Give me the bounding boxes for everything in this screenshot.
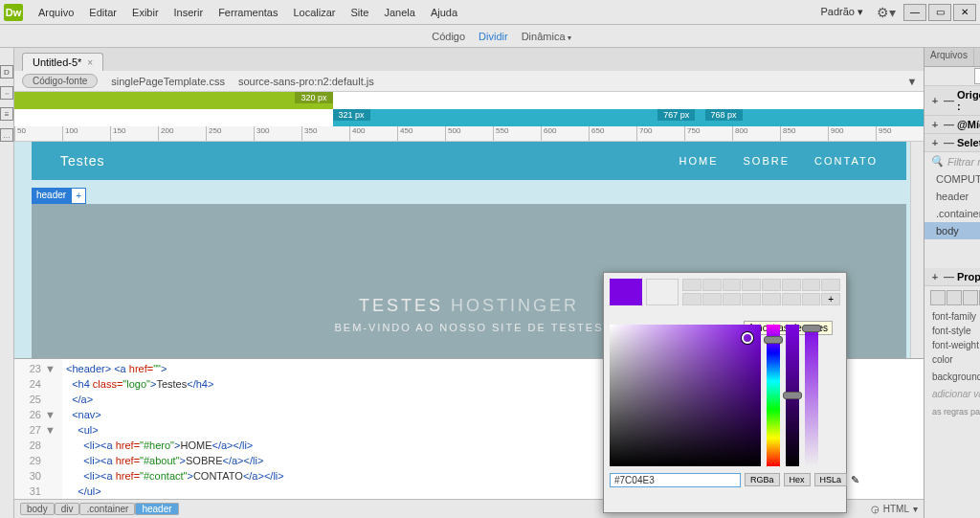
swatch-14[interactable] (802, 293, 821, 305)
menu-site[interactable]: Site (344, 7, 377, 18)
hex-button[interactable]: Hex (784, 473, 811, 486)
menu-exibir[interactable]: Exibir (124, 7, 167, 18)
add-swatch-button[interactable]: + (821, 293, 840, 305)
alpha-slider[interactable] (805, 325, 818, 466)
sat-handle[interactable] (783, 392, 802, 399)
source-code-pill[interactable]: Código-fonte (22, 74, 98, 88)
menu-ferramentas[interactable]: Ferramentas (211, 7, 285, 18)
swatch-2[interactable] (723, 279, 742, 291)
hex-input[interactable] (610, 473, 741, 487)
tool-3[interactable]: ≡ (0, 107, 13, 121)
swatch-1[interactable] (702, 279, 722, 291)
nav-contato[interactable]: CONTATO (814, 155, 878, 167)
line-gutter: 23▼242526▼27▼282930313233 (14, 359, 62, 499)
property-category-icons: Exib. conj (924, 286, 980, 309)
menu-arquivo[interactable]: Arquivo (31, 7, 81, 18)
swatch-3[interactable] (742, 279, 761, 291)
breadcrumb-header[interactable]: header (135, 503, 178, 515)
menu-inserir[interactable]: Inserir (167, 7, 212, 18)
color-field[interactable] (610, 325, 761, 466)
prop-font-weight[interactable]: font-weight200 (924, 338, 980, 352)
swatch-6[interactable] (802, 279, 821, 291)
breadcrumb-body[interactable]: body (20, 503, 55, 515)
add-property-row[interactable]: adicionar valor (924, 387, 980, 401)
tab-close-icon[interactable]: × (87, 57, 93, 68)
swatch-4[interactable] (762, 279, 781, 291)
hue-handle[interactable] (764, 336, 783, 344)
panel-hint: as regras para a seleção atual (924, 401, 980, 422)
document-tab[interactable]: Untitled-5* × (22, 53, 103, 71)
swatch-12[interactable] (762, 293, 781, 305)
selector-container[interactable]: .container (924, 205, 980, 222)
color-field-cursor[interactable] (742, 332, 753, 344)
view-code[interactable]: Código (432, 31, 465, 42)
related-file-2[interactable]: source-sans-pro:n2:default.js (238, 76, 374, 87)
swatch-5[interactable] (782, 279, 801, 291)
prop-cat-2[interactable] (947, 290, 962, 305)
subtab-all[interactable]: Tudo (974, 68, 980, 84)
section-midia[interactable]: +— @Mídia : GLOBAL (924, 116, 980, 134)
nav-home[interactable]: HOME (679, 155, 719, 167)
mq-green-segment[interactable]: 320 px (14, 92, 333, 109)
hue-slider[interactable] (767, 325, 780, 466)
section-propriedades[interactable]: +— Propriedades (924, 268, 980, 286)
current-color-swatch (610, 279, 642, 305)
section-origens[interactable]: +— Origens : singlePageTemplate.css (924, 86, 980, 116)
prop-font-style[interactable]: font-stylenormal (924, 324, 980, 338)
preview-scrollbar[interactable] (910, 142, 924, 358)
tool-4[interactable]: … (0, 128, 13, 142)
prop-color[interactable]: color (924, 352, 980, 370)
panel-tab-1[interactable]: Bibliotecas da CC (974, 48, 980, 66)
close-button[interactable]: ✕ (953, 4, 976, 21)
settings-gear-icon[interactable]: ⚙▾ (871, 5, 902, 20)
alpha-handle[interactable] (802, 325, 821, 332)
filter-icon[interactable]: ▼ (904, 74, 920, 89)
prop-cat-1[interactable] (930, 290, 946, 305)
eyedropper-icon[interactable]: ✎ (851, 472, 859, 487)
breadcrumb-div[interactable]: div (55, 503, 80, 515)
selector-header[interactable]: header (924, 188, 980, 205)
color-picker-popup: + Amostras de cores RGBa Hex HSLa ✎ (603, 272, 847, 513)
swatch-13[interactable] (782, 293, 801, 305)
element-tag-label[interactable]: header + (32, 188, 86, 204)
code-lines[interactable]: <header> <a href=""> <h4 class="logo">Te… (62, 359, 288, 499)
tool-1[interactable]: D (0, 65, 13, 79)
sat-slider[interactable] (786, 325, 799, 466)
minimize-button[interactable]: — (903, 4, 926, 21)
hsla-button[interactable]: HSLa (814, 473, 848, 486)
maximize-button[interactable]: ▭ (928, 4, 951, 21)
swatch-7[interactable] (821, 279, 840, 291)
document-tab-bar: Untitled-5* × (14, 48, 924, 71)
swatch-9[interactable] (702, 293, 722, 305)
view-split[interactable]: Dividir (479, 31, 508, 42)
selector-body[interactable]: body (924, 222, 980, 239)
rgba-button[interactable]: RGBa (745, 473, 780, 486)
menu-editar[interactable]: Editar (81, 7, 124, 18)
nav-sobre[interactable]: SOBRE (744, 155, 791, 167)
menu-janela[interactable]: Janela (376, 7, 422, 18)
workspace-dropdown[interactable]: Padrão ▾ (814, 4, 869, 20)
mq-teal-segment[interactable]: 321 px 767 px 768 px (333, 109, 924, 126)
swatch-11[interactable] (742, 293, 761, 305)
site-header: Testes HOMESOBRECONTATO (32, 142, 906, 180)
prop-cat-3[interactable] (963, 290, 978, 305)
section-seletores[interactable]: +— Seletores (924, 134, 980, 152)
related-file-1[interactable]: singlePageTemplate.css (111, 76, 225, 87)
swatch-0[interactable] (682, 279, 702, 291)
top-menu-bar: Dw ArquivoEditarExibirInserirFerramentas… (0, 0, 980, 25)
swatch-10[interactable] (723, 293, 742, 305)
tool-2[interactable]: ⎓ (0, 86, 13, 100)
prop-font-family[interactable]: font-familysource-sans-pro (924, 309, 980, 324)
view-design[interactable]: Dinâmica (522, 31, 571, 42)
status-language[interactable]: HTML (883, 504, 909, 514)
menu-ajuda[interactable]: Ajuda (423, 7, 465, 18)
selector-COMPUTADO[interactable]: COMPUTADO (924, 170, 980, 188)
swatch-8[interactable] (682, 293, 702, 305)
breadcrumb-container[interactable]: .container (79, 503, 135, 515)
tag-plus-icon[interactable]: + (71, 188, 86, 204)
panel-tab-0[interactable]: Arquivos (924, 48, 974, 66)
prop-background-color[interactable]: background-color#f2f2f2 (924, 370, 980, 387)
filter-css-input[interactable]: 🔍 Filtrar regras CSS (924, 152, 980, 170)
app-icon: Dw (4, 4, 23, 21)
menu-localizar[interactable]: Localizar (285, 7, 343, 18)
